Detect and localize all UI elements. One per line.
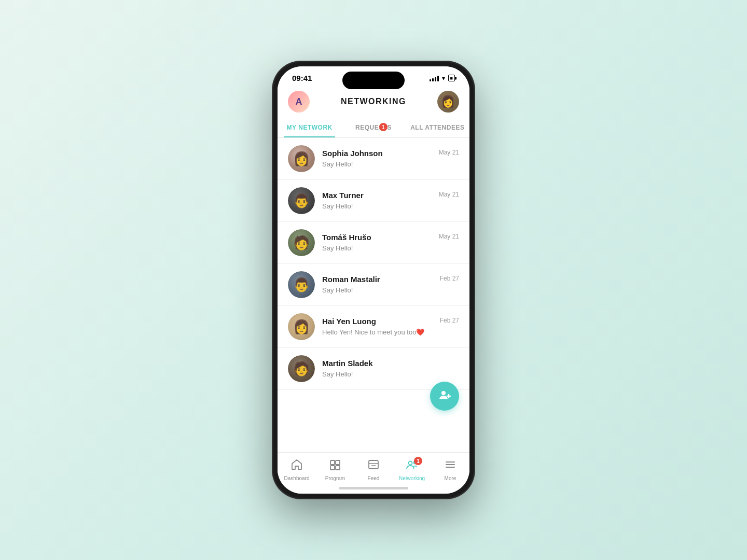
status-icons: ▾ ■ [430, 75, 455, 82]
tab-all-attendees[interactable]: ALL ATTENDEES [406, 119, 469, 137]
nav-label-dashboard: Dashboard [284, 475, 310, 481]
wifi-icon: ▾ [442, 75, 445, 82]
avatar-haiyen: 👩 [288, 313, 315, 340]
contact-item-tomas[interactable]: 🧑 Tomáš Hrušo May 21 Say Hello! [278, 222, 469, 264]
nav-program[interactable]: Program [316, 457, 354, 483]
contact-date: May 21 [439, 233, 459, 240]
tabs-container: MY NETWORK REQUESTS 1 ALL ATTENDEES [278, 119, 469, 138]
contact-info-max: Max Turner May 21 Say Hello! [322, 191, 459, 211]
contact-info-roman: Roman Mastalir Feb 27 Say Hello! [322, 275, 459, 295]
contact-info-tomas: Tomáš Hrušo May 21 Say Hello! [322, 233, 459, 253]
nav-feed[interactable]: Feed [354, 457, 393, 483]
more-icon [444, 459, 457, 473]
svg-rect-3 [330, 460, 335, 465]
phone-screen: 09:41 ▾ ■ A NETWORKING [278, 66, 469, 494]
feed-icon [367, 459, 380, 473]
contact-name: Hai Yen Luong [322, 317, 376, 326]
contact-info-haiyen: Hai Yen Luong Feb 27 Hello Yen! Nice to … [322, 317, 459, 337]
avatar-sophia: 👩 [288, 145, 315, 172]
dynamic-island [342, 72, 405, 89]
svg-rect-6 [336, 466, 340, 470]
contact-date: Feb 27 [440, 317, 459, 324]
contact-name: Sophia Johnson [322, 149, 383, 158]
requests-badge: 1 [379, 123, 388, 131]
signal-icon [430, 75, 439, 81]
contact-name: Max Turner [322, 191, 364, 200]
nav-label-more: More [445, 475, 457, 481]
contact-message: Say Hello! [322, 160, 353, 168]
svg-point-0 [441, 391, 446, 395]
phone-frame: 09:41 ▾ ■ A NETWORKING [272, 61, 475, 499]
svg-rect-5 [330, 466, 335, 470]
contact-date: May 21 [439, 149, 459, 156]
contact-date: May 21 [439, 191, 459, 198]
contact-message: Say Hello! [322, 286, 353, 294]
right-avatar-placeholder: 👩 [437, 91, 459, 113]
contact-message: Say Hello! [322, 244, 353, 252]
nav-label-networking: Networking [399, 475, 425, 481]
dashboard-icon [290, 459, 303, 473]
contact-item-haiyen[interactable]: 👩 Hai Yen Luong Feb 27 Hello Yen! Nice t… [278, 306, 469, 348]
contact-list: 👩 Sophia Johnson May 21 Say Hello! 👨 [278, 138, 469, 452]
nav-networking[interactable]: 1 Networking [393, 457, 431, 483]
contact-date: Feb 27 [440, 275, 459, 282]
svg-point-10 [409, 461, 412, 465]
nav-label-program: Program [325, 475, 345, 481]
avatar-martin: 🧑 [288, 355, 315, 382]
contact-item-max[interactable]: 👨 Max Turner May 21 Say Hello! [278, 180, 469, 222]
contact-message: Hello Yen! Nice to meet you too❤️ [322, 328, 424, 336]
tab-requests[interactable]: REQUESTS 1 [341, 119, 405, 137]
contact-name: Martin Sladek [322, 359, 373, 368]
add-connection-fab[interactable] [430, 382, 459, 411]
right-avatar[interactable]: 👩 [437, 91, 459, 113]
contact-message: Say Hello! [322, 370, 353, 378]
contact-item-roman[interactable]: 👨 Roman Mastalir Feb 27 Say Hello! [278, 264, 469, 306]
svg-rect-7 [369, 460, 378, 469]
nav-label-feed: Feed [368, 475, 380, 481]
app-header: A NETWORKING 👩 [278, 87, 469, 119]
contact-message: Say Hello! [322, 202, 353, 210]
header-title: NETWORKING [341, 97, 406, 106]
contact-name: Tomáš Hrušo [322, 233, 371, 242]
tab-my-network[interactable]: MY NETWORK [278, 119, 341, 137]
avatar-tomas: 🧑 [288, 229, 315, 256]
nav-dashboard[interactable]: Dashboard [278, 457, 316, 483]
battery-icon: ■ [448, 75, 455, 81]
home-indicator [339, 487, 408, 489]
svg-rect-4 [336, 460, 340, 465]
left-avatar[interactable]: A [288, 91, 310, 113]
status-time: 09:41 [292, 74, 312, 82]
contact-info-martin: Martin Sladek Say Hello! [322, 359, 459, 379]
contact-item-sophia[interactable]: 👩 Sophia Johnson May 21 Say Hello! [278, 138, 469, 180]
contact-info-sophia: Sophia Johnson May 21 Say Hello! [322, 149, 459, 169]
add-person-icon [438, 389, 451, 404]
program-icon [329, 459, 341, 473]
avatar-roman: 👨 [288, 271, 315, 298]
status-bar: 09:41 ▾ ■ [278, 66, 469, 87]
contact-name: Roman Mastalir [322, 275, 380, 284]
nav-more[interactable]: More [431, 457, 469, 483]
networking-badge: 1 [414, 457, 422, 465]
avatar-max: 👨 [288, 187, 315, 214]
